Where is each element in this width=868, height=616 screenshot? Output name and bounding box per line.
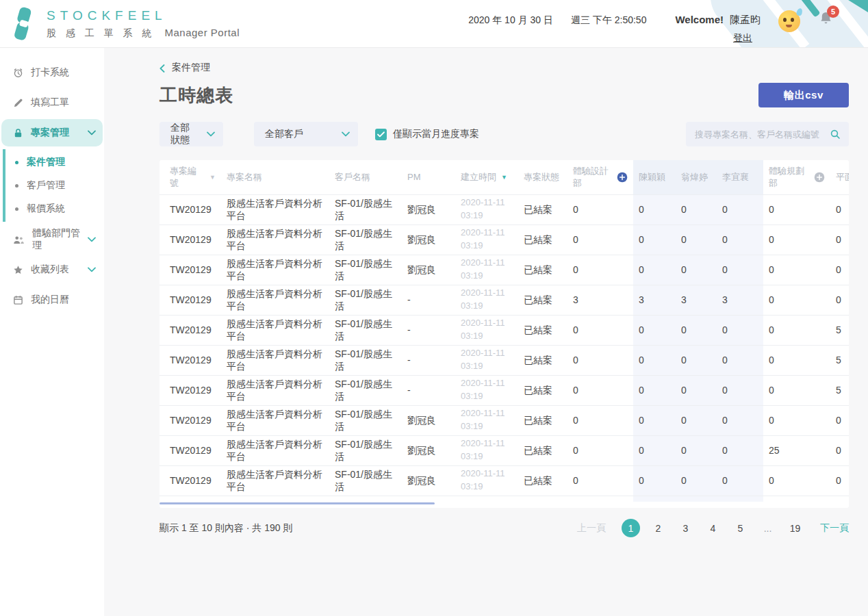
expand-column-icon[interactable] bbox=[814, 172, 825, 183]
member-hours-cell: 0 bbox=[717, 345, 763, 375]
dept-exp-design-cell: 0 bbox=[567, 224, 633, 255]
table-row[interactable]: TW20129股感生活客戶資料分析平台SF-01/股感生活劉冠良2020-11-… bbox=[159, 255, 849, 285]
dept-exp-planning-cell: 0 bbox=[763, 224, 830, 255]
dept-graphic-cell: 0 bbox=[830, 435, 849, 465]
pad-cell bbox=[676, 496, 717, 502]
pm-cell: - bbox=[402, 315, 455, 345]
table-row[interactable]: TW20129股感生活客戶資料分析平台SF-01/股感生活劉冠良2020-11-… bbox=[159, 194, 849, 224]
created-date: 2020-11-11 bbox=[461, 227, 513, 240]
pm-cell: 劉冠良 bbox=[402, 194, 455, 224]
checkbox-label: 僅顯示當月進度專案 bbox=[393, 128, 479, 140]
column-header-label: 專案狀態 bbox=[524, 171, 559, 183]
current-month-filter[interactable]: 僅顯示當月進度專案 bbox=[375, 128, 479, 140]
sidebar-menu: 打卡系統填寫工單專案管理案件管理客戶管理報價系統體驗部門管理收藏列表我的日曆 bbox=[0, 59, 104, 313]
search-input[interactable] bbox=[695, 129, 830, 140]
main-content: 案件管理 工時總表 輸出csv 全部狀態 全部客戶 僅顯示當月進度專案 bbox=[104, 48, 868, 616]
member-hours-cell: 0 bbox=[717, 194, 763, 224]
pad-cell bbox=[221, 496, 329, 502]
expand-column-icon[interactable] bbox=[617, 172, 628, 183]
client-filter-dropdown[interactable]: 全部客戶 bbox=[254, 122, 358, 146]
created-date: 2020-11-11 bbox=[461, 196, 513, 209]
sidebar-item-label: 我的日曆 bbox=[31, 294, 69, 306]
table-row[interactable]: TW20129股感生活客戶資料分析平台SF-01/股感生活-2020-11-11… bbox=[159, 375, 849, 405]
checkbox-checked-icon[interactable] bbox=[375, 129, 387, 140]
sidebar-subitem[interactable]: 報價系統 bbox=[5, 197, 104, 220]
created-time: 03:19 bbox=[461, 420, 513, 433]
project-name-cell: 股感生活客戶資料分析平台 bbox=[221, 405, 329, 435]
column-header-label: 體驗設計部 bbox=[573, 165, 612, 189]
sidebar-item[interactable]: 填寫工單 bbox=[1, 89, 103, 116]
user-avatar[interactable] bbox=[778, 10, 800, 32]
table-row[interactable]: TW20129股感生活客戶資料分析平台SF-01/股感生活-2020-11-11… bbox=[159, 345, 849, 375]
current-time: 週三 下午 2:50:50 bbox=[571, 12, 647, 28]
status-cell: 已結案 bbox=[518, 285, 567, 315]
page-number[interactable]: 3 bbox=[676, 519, 695, 537]
table-row[interactable]: TW20129股感生活客戶資料分析平台SF-01/股感生活劉冠良2020-11-… bbox=[159, 224, 849, 255]
column-header-label: 建立時間 bbox=[461, 171, 496, 183]
next-page-button[interactable]: 下一頁 bbox=[820, 522, 849, 535]
dept-exp-design-cell: 0 bbox=[567, 315, 633, 345]
page-number[interactable]: 1 bbox=[622, 519, 640, 537]
table-row[interactable]: TW20129股感生活客戶資料分析平台SF-01/股感生活劉冠良2020-11-… bbox=[159, 465, 849, 496]
member-hours-cell: 0 bbox=[717, 405, 763, 435]
sidebar-subitem[interactable]: 案件管理 bbox=[5, 151, 104, 174]
member-hours-cell: 0 bbox=[717, 315, 763, 345]
sidebar-item[interactable]: 收藏列表 bbox=[1, 256, 103, 283]
sidebar-item[interactable]: 專案管理 bbox=[1, 119, 103, 146]
member-hours-cell: 0 bbox=[717, 224, 763, 255]
export-csv-button[interactable]: 輸出csv bbox=[758, 83, 849, 107]
page-number[interactable]: 4 bbox=[704, 519, 722, 537]
notification-bell[interactable]: 5 bbox=[819, 11, 832, 25]
brand-logo[interactable]: STOCKFEEL 股 感 工 單 系 統 Manager Portal bbox=[10, 6, 240, 42]
column-header: 專案名稱 bbox=[221, 160, 329, 194]
created-cell: 2020-11-1103:19 bbox=[455, 375, 518, 405]
column-header-content: 專案編號▼ bbox=[170, 165, 216, 189]
member-hours-cell: 0 bbox=[676, 194, 717, 224]
sidebar-subitem[interactable]: 客戶管理 bbox=[5, 174, 104, 197]
page-number[interactable]: 5 bbox=[731, 519, 750, 537]
member-hours-cell: 0 bbox=[633, 194, 676, 224]
table-row[interactable]: TW20129股感生活客戶資料分析平台SF-01/股感生活-2020-11-11… bbox=[159, 285, 849, 315]
table-row[interactable]: TW20129股感生活客戶資料分析平台SF-01/股感生活劉冠良2020-11-… bbox=[159, 405, 849, 435]
clock-icon bbox=[13, 68, 23, 78]
member-hours-cell: 0 bbox=[633, 345, 676, 375]
client-name-cell: SF-01/股感生活 bbox=[329, 465, 402, 496]
sidebar-item[interactable]: 我的日曆 bbox=[1, 286, 103, 313]
sort-icon[interactable]: ▼ bbox=[501, 174, 507, 181]
dept-exp-planning-cell: 0 bbox=[763, 194, 830, 224]
sidebar-item[interactable]: 體驗部門管理 bbox=[1, 226, 103, 253]
column-header[interactable]: 建立時間▼ bbox=[455, 160, 518, 194]
search-box[interactable] bbox=[686, 122, 849, 146]
created-time: 03:19 bbox=[461, 360, 513, 373]
sidebar-item[interactable]: 打卡系統 bbox=[1, 59, 103, 86]
page-number[interactable]: 19 bbox=[786, 519, 804, 537]
member-hours-cell: 0 bbox=[717, 255, 763, 285]
created-cell: 2020-11-1103:19 bbox=[455, 255, 518, 285]
table-footer: 顯示 1 至 10 則內容 · 共 190 則 上一頁12345...19下一頁 bbox=[159, 519, 849, 537]
project-id-cell: TW20129 bbox=[159, 375, 221, 405]
horizontal-scrollbar[interactable] bbox=[159, 502, 435, 504]
breadcrumb[interactable]: 案件管理 bbox=[159, 62, 210, 74]
table-row[interactable]: TW20129股感生活客戶資料分析平台SF-01/股感生活-2020-11-11… bbox=[159, 315, 849, 345]
column-header[interactable]: 專案編號▼ bbox=[159, 160, 221, 194]
table-row[interactable]: TW20129股感生活客戶資料分析平台SF-01/股感生活劉冠良2020-11-… bbox=[159, 435, 849, 465]
member-hours-cell: 3 bbox=[676, 285, 717, 315]
logout-link[interactable]: 登出 bbox=[733, 32, 752, 44]
search-icon[interactable] bbox=[830, 129, 841, 140]
status-filter-dropdown[interactable]: 全部狀態 bbox=[159, 122, 223, 146]
sort-icon[interactable]: ▼ bbox=[209, 174, 216, 181]
dept-graphic-cell: 5 bbox=[830, 375, 849, 405]
created-time: 03:19 bbox=[461, 300, 513, 313]
pm-cell: - bbox=[402, 375, 455, 405]
member-hours-cell: 0 bbox=[676, 224, 717, 255]
pm-cell: 劉冠良 bbox=[402, 224, 455, 255]
results-summary: 顯示 1 至 10 則內容 · 共 190 則 bbox=[159, 522, 293, 535]
pad-cell bbox=[567, 496, 633, 502]
column-header-content: 專案狀態 bbox=[524, 171, 562, 183]
pad-cell bbox=[518, 496, 567, 502]
created-time: 03:19 bbox=[461, 240, 513, 253]
created-time: 03:19 bbox=[461, 390, 513, 403]
column-header-content: 建立時間▼ bbox=[461, 171, 513, 183]
page-number[interactable]: 2 bbox=[649, 519, 667, 537]
created-date: 2020-11-11 bbox=[461, 317, 513, 330]
